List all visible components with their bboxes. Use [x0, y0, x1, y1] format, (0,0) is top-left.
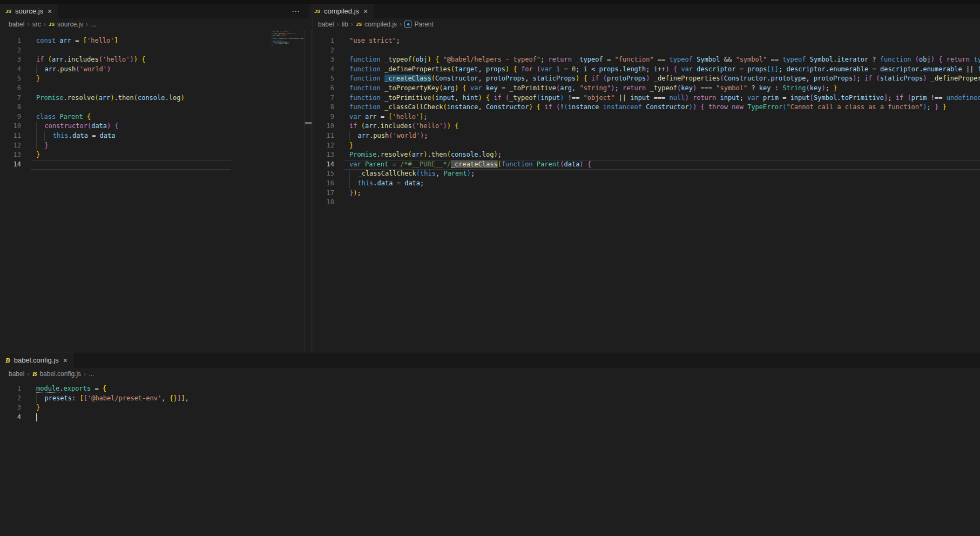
line-number: 10: [0, 122, 21, 131]
code-text: "use strict";: [349, 36, 400, 46]
code-text: }: [36, 141, 49, 151]
editor-source-js[interactable]: 1const arr = ['hello']23if (arr.includes…: [0, 30, 313, 352]
code-text: constructor(data) {: [36, 122, 119, 131]
line-number: 6: [0, 84, 21, 93]
code-text: presets: [['@babel/preset-env', {}]],: [36, 394, 189, 404]
editor-babel-config-js[interactable]: 1module.exports = {2 presets: [['@babel/…: [0, 381, 980, 536]
code-line[interactable]: 14: [0, 160, 313, 170]
breadcrumb-item[interactable]: babel: [318, 21, 334, 28]
line-number: 6: [313, 84, 334, 93]
code-line[interactable]: 9class Parent {: [0, 112, 313, 122]
code-text: }: [36, 403, 40, 413]
code-line[interactable]: 5}: [0, 74, 313, 84]
code-line[interactable]: 1"use strict";: [313, 36, 980, 46]
code-line[interactable]: 16 this.data = data;: [313, 179, 980, 189]
breadcrumb-item[interactable]: JScompiled.js: [356, 21, 397, 28]
close-icon[interactable]: ×: [47, 8, 52, 15]
line-number: 18: [313, 198, 334, 207]
javascript-file-icon: JS: [356, 22, 362, 27]
code-line[interactable]: 7Promise.resolve(arr).then(console.log): [0, 93, 313, 103]
code-line[interactable]: 1module.exports = {: [0, 384, 980, 394]
code-line[interactable]: 15 _classCallCheck(this, Parent);: [313, 169, 980, 179]
line-number: 16: [313, 179, 334, 189]
code-line[interactable]: 13Promise.resolve(arr).then(console.log)…: [313, 150, 980, 160]
tab-bar-right: JS compiled.js ×: [309, 4, 980, 18]
code-line[interactable]: 2: [313, 46, 980, 56]
code-line[interactable]: 13}: [0, 150, 313, 160]
code-text: arr.push('world');: [349, 131, 428, 141]
tab-bar-bottom: B babel.config.js ×: [0, 352, 980, 368]
code-line[interactable]: 11 arr.push('world');: [313, 131, 980, 141]
overview-ruler-cursor-marker: [305, 122, 312, 124]
vertical-sash[interactable]: [313, 4, 313, 352]
code-line[interactable]: 5function _createClass(Constructor, prot…: [313, 74, 980, 84]
code-line[interactable]: 12}: [313, 141, 980, 151]
close-icon[interactable]: ×: [363, 8, 368, 15]
line-number: 14: [0, 160, 21, 170]
line-number: 13: [0, 150, 21, 160]
code-text: function _classCallCheck(instance, Const…: [349, 103, 947, 112]
breadcrumb-label: compiled.js: [364, 21, 397, 28]
breadcrumb-item[interactable]: ...: [89, 370, 94, 378]
line-number: 7: [0, 93, 21, 103]
breadcrumb-item[interactable]: ...: [91, 21, 96, 28]
breadcrumb-item[interactable]: src: [32, 21, 41, 28]
horizontal-sash[interactable]: [0, 352, 980, 352]
code-text: }: [36, 150, 40, 160]
code-text: Promise.resolve(arr).then(console.log);: [349, 150, 502, 160]
breadcrumb-item[interactable]: lib: [342, 21, 348, 28]
code-line[interactable]: 14var Parent = /*#__PURE__*/_createClass…: [313, 160, 980, 170]
line-number: 11: [313, 131, 334, 141]
javascript-file-icon: JS: [5, 9, 11, 14]
code-line[interactable]: 1const arr = ['hello']: [0, 36, 313, 46]
breadcrumb-label: ...: [91, 21, 96, 28]
code-line[interactable]: 3}: [0, 403, 980, 413]
code-line[interactable]: 2: [0, 46, 313, 56]
line-number: 2: [0, 394, 21, 404]
code-line[interactable]: 3if (arr.includes('hello')) {: [0, 55, 313, 65]
tab-compiled-js[interactable]: JS compiled.js ×: [309, 4, 374, 18]
code-line[interactable]: 18: [313, 198, 980, 207]
window-top-strip: [0, 0, 980, 4]
code-text: function _toPropertyKey(arg) { var key =…: [349, 84, 837, 93]
chevron-right-icon: ›: [86, 20, 88, 28]
editor-compiled-js[interactable]: 1"use strict";23function _typeof(obj) { …: [313, 30, 980, 352]
breadcrumb-item[interactable]: JSsource.js: [49, 21, 83, 28]
breadcrumb-item[interactable]: Parent: [404, 21, 433, 28]
code-line[interactable]: 4: [0, 413, 980, 423]
code-text: });: [349, 189, 361, 198]
breadcrumb-label: babel.config.js: [39, 370, 81, 378]
code-line[interactable]: 10 constructor(data) {: [0, 122, 313, 131]
code-text: module.exports = {: [36, 384, 106, 394]
editor-actions-more-icon[interactable]: ⋯: [292, 6, 300, 16]
code-line[interactable]: 11 this.data = data: [0, 131, 313, 141]
code-line[interactable]: 8function _classCallCheck(instance, Cons…: [313, 103, 980, 112]
breadcrumb-item[interactable]: babel: [9, 370, 24, 378]
line-number: 3: [0, 55, 21, 65]
breadcrumb-label: Parent: [414, 21, 433, 28]
line-number: 5: [313, 74, 334, 84]
code-line[interactable]: 6: [0, 84, 313, 93]
code-line[interactable]: 17});: [313, 189, 980, 198]
line-number: 15: [313, 169, 334, 179]
breadcrumb-item[interactable]: Bbabel.config.js: [32, 370, 81, 378]
code-line[interactable]: 4 arr.push('world'): [0, 65, 313, 75]
line-number: 5: [0, 74, 21, 84]
tab-source-js[interactable]: JS source.js ×: [0, 4, 58, 18]
code-line[interactable]: 3function _typeof(obj) { "@babel/helpers…: [313, 55, 980, 65]
code-line[interactable]: 6function _toPropertyKey(arg) { var key …: [313, 84, 980, 93]
close-icon[interactable]: ×: [63, 357, 68, 364]
code-line[interactable]: 7function _toPrimitive(input, hint) { if…: [313, 93, 980, 103]
code-line[interactable]: 9var arr = ['hello'];: [313, 112, 980, 122]
code-line[interactable]: 12 }: [0, 141, 313, 151]
line-number: 1: [0, 36, 21, 46]
breadcrumb-item[interactable]: babel: [9, 21, 24, 28]
tab-babel-config-js[interactable]: B babel.config.js ×: [0, 352, 73, 368]
chevron-right-icon: ›: [84, 370, 86, 378]
line-number: 1: [313, 36, 334, 46]
code-line[interactable]: 10if (arr.includes('hello')) {: [313, 122, 980, 131]
minimap[interactable]: const arr = ['hello']if (arr.includes('h…: [272, 31, 304, 50]
code-line[interactable]: 4function _defineProperties(target, prop…: [313, 65, 980, 75]
code-line[interactable]: 8: [0, 103, 313, 112]
code-line[interactable]: 2 presets: [['@babel/preset-env', {}]],: [0, 394, 980, 404]
